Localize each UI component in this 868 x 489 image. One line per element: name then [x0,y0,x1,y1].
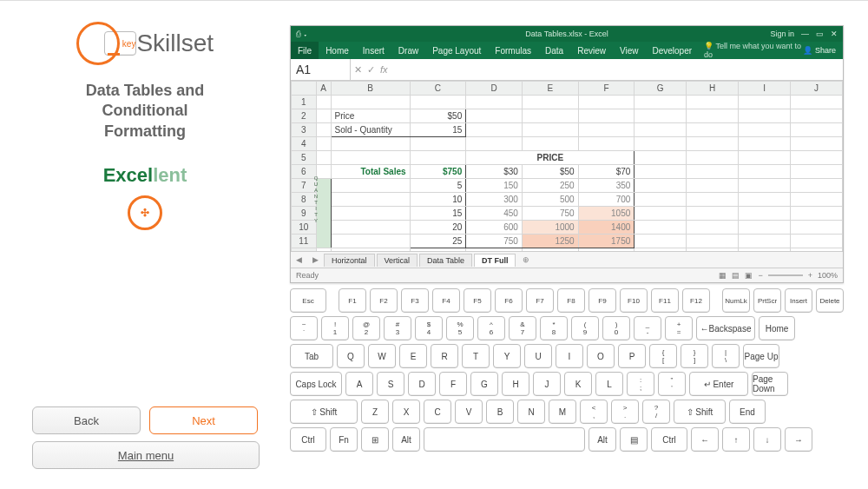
ribbon-tab-review[interactable]: Review [570,42,613,59]
sheet-nav-next-icon[interactable]: ▶ [307,255,324,264]
col-header[interactable]: J [790,82,842,96]
cell[interactable]: 10 [410,193,466,207]
quantity-header[interactable] [316,179,331,248]
key-backspase[interactable]: ←Backspase [696,316,755,340]
key-[interactable]: |\ [712,344,740,368]
cell[interactable]: 1750 [578,235,635,248]
key-[interactable]: → [785,427,812,452]
col-header[interactable]: G [635,82,687,96]
key-f6[interactable]: F6 [495,288,523,313]
key-e[interactable]: E [399,344,427,368]
main-menu-button[interactable]: Main menu [32,441,260,469]
key-alt[interactable]: Alt [392,427,420,452]
view-break-icon[interactable]: ▣ [745,271,753,280]
cell[interactable]: 250 [522,179,578,193]
key-alt[interactable]: Alt [589,427,616,452]
row-header[interactable]: 10 [292,221,317,235]
col-header[interactable]: C [410,82,466,96]
key-s[interactable]: S [377,372,404,396]
row-header[interactable]: 3 [292,123,317,137]
cell[interactable]: 15 [410,123,466,137]
key-j[interactable]: J [533,372,561,396]
cell[interactable]: 20 [410,221,466,235]
key-f4[interactable]: F4 [432,288,460,313]
next-button[interactable]: Next [149,406,258,434]
key-a[interactable]: A [345,372,373,396]
row-header[interactable]: 2 [292,109,317,123]
ribbon-tab-data[interactable]: Data [538,42,570,59]
key-fn[interactable]: Fn [330,427,358,452]
cell[interactable]: Sold - Quantity [331,123,410,137]
key-f11[interactable]: F11 [651,288,679,313]
key-[interactable]: {[ [649,344,677,368]
key-end[interactable]: End [729,400,766,424]
window-close-icon[interactable]: ✕ [831,30,838,38]
key-[interactable]: += [665,316,693,340]
zoom-in-icon[interactable]: + [808,271,812,280]
cell[interactable]: 450 [466,207,523,221]
save-icon[interactable]: ⎙ ▾ [296,30,307,38]
key-f8[interactable]: F8 [557,288,585,313]
sheet-nav-prev-icon[interactable]: ◀ [291,255,307,264]
row-header[interactable]: 7 [292,179,317,193]
key-x[interactable]: X [392,400,420,424]
key-l[interactable]: L [595,372,623,396]
cell[interactable]: 5 [410,179,466,193]
sheet-tab[interactable]: Horizontal [324,254,375,267]
view-layout-icon[interactable]: ▤ [732,271,740,280]
key-r[interactable]: R [431,344,458,368]
cell[interactable]: 600 [466,221,523,235]
ribbon-tab-file[interactable]: File [291,42,319,59]
key-[interactable]: ↓ [753,427,781,452]
key-f9[interactable]: F9 [589,288,616,313]
key-shift[interactable]: ⇧ Shift [290,400,358,424]
cell[interactable]: 350 [578,179,635,193]
cell[interactable]: 700 [578,193,635,207]
cell[interactable]: Price [331,109,410,123]
key-f12[interactable]: F12 [682,288,710,313]
row-header[interactable]: 6 [292,165,317,179]
key-[interactable]: ?/ [642,400,670,424]
cell[interactable]: 750 [466,235,523,248]
share-button[interactable]: 👤 Share [803,46,843,55]
key-f2[interactable]: F2 [370,288,398,313]
cell[interactable]: 1250 [522,235,578,248]
ribbon-tab-view[interactable]: View [613,42,646,59]
key-[interactable]: :; [627,372,654,396]
key-y[interactable]: Y [493,344,521,368]
key-[interactable]: ↑ [722,427,750,452]
fx-icon[interactable]: fx [380,64,388,75]
window-minimize-icon[interactable]: — [801,30,809,38]
col-header[interactable]: F [578,82,635,96]
key-[interactable]: _- [634,316,661,340]
row-header[interactable]: 12 [292,248,317,252]
cell[interactable]: $50 [522,165,578,179]
cell[interactable]: 300 [466,193,523,207]
key-[interactable]: >. [611,400,639,424]
row-header[interactable]: 1 [292,96,317,109]
key-[interactable]: ← [691,427,719,452]
key-[interactable]: ▤ [620,427,648,452]
key-[interactable]: "' [658,372,686,396]
key-4[interactable]: $4 [415,316,443,340]
key-0[interactable]: )0 [602,316,630,340]
key-p[interactable]: P [618,344,646,368]
key-n[interactable]: N [517,400,545,424]
cell[interactable]: 150 [466,179,523,193]
total-sales-label[interactable]: Total Sales [331,165,410,179]
key-q[interactable]: Q [337,344,365,368]
key-1[interactable]: !1 [321,316,349,340]
key-b[interactable]: B [486,400,514,424]
key-[interactable]: ⊞ [361,427,389,452]
key-home[interactable]: Home [759,316,795,340]
cell[interactable]: 1000 [522,221,578,235]
key-k[interactable]: K [564,372,592,396]
key-f3[interactable]: F3 [401,288,429,313]
ribbon-tab-developer[interactable]: Developer [645,42,699,59]
cell[interactable]: 15 [410,207,466,221]
cell[interactable]: 500 [522,193,578,207]
key-u[interactable]: U [524,344,552,368]
key-ctrl[interactable]: Ctrl [290,427,326,452]
key-[interactable]: ~` [290,316,318,340]
key-f[interactable]: F [439,372,467,396]
